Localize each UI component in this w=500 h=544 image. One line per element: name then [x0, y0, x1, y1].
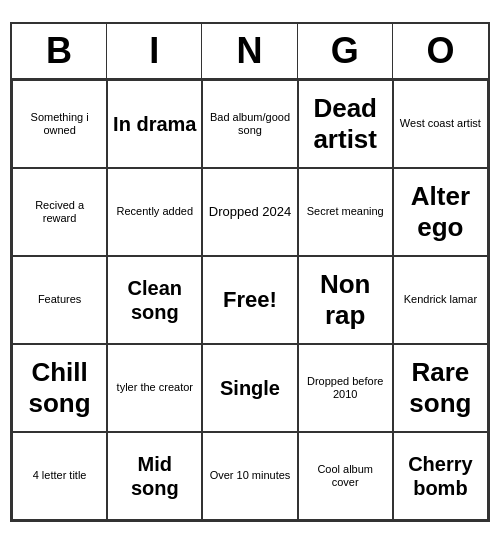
bingo-cell-10: Features [12, 256, 107, 344]
bingo-letter-i: I [107, 24, 202, 78]
bingo-cell-20: 4 letter title [12, 432, 107, 520]
bingo-header: BINGO [12, 24, 488, 80]
bingo-cell-8: Secret meaning [298, 168, 393, 256]
bingo-cell-24: Cherry bomb [393, 432, 488, 520]
bingo-cell-4: West coast artist [393, 80, 488, 168]
bingo-cell-16: tyler the creator [107, 344, 202, 432]
bingo-cell-5: Recived a reward [12, 168, 107, 256]
bingo-cell-3: Dead artist [298, 80, 393, 168]
bingo-letter-n: N [202, 24, 297, 78]
bingo-cell-9: Alter ego [393, 168, 488, 256]
bingo-grid: Something i ownedIn dramaBad album/good … [12, 80, 488, 520]
bingo-letter-g: G [298, 24, 393, 78]
bingo-letter-o: O [393, 24, 488, 78]
bingo-cell-17: Single [202, 344, 297, 432]
bingo-cell-23: Cool album cover [298, 432, 393, 520]
bingo-cell-6: Recently added [107, 168, 202, 256]
bingo-cell-18: Dropped before 2010 [298, 344, 393, 432]
bingo-cell-0: Something i owned [12, 80, 107, 168]
bingo-cell-14: Kendrick lamar [393, 256, 488, 344]
bingo-cell-12: Free! [202, 256, 297, 344]
bingo-cell-2: Bad album/good song [202, 80, 297, 168]
bingo-cell-21: Mid song [107, 432, 202, 520]
bingo-card: BINGO Something i ownedIn dramaBad album… [10, 22, 490, 522]
bingo-cell-11: Clean song [107, 256, 202, 344]
bingo-cell-15: Chill song [12, 344, 107, 432]
bingo-cell-7: Dropped 2024 [202, 168, 297, 256]
bingo-letter-b: B [12, 24, 107, 78]
bingo-cell-13: Non rap [298, 256, 393, 344]
bingo-cell-22: Over 10 minutes [202, 432, 297, 520]
bingo-cell-19: Rare song [393, 344, 488, 432]
bingo-cell-1: In drama [107, 80, 202, 168]
